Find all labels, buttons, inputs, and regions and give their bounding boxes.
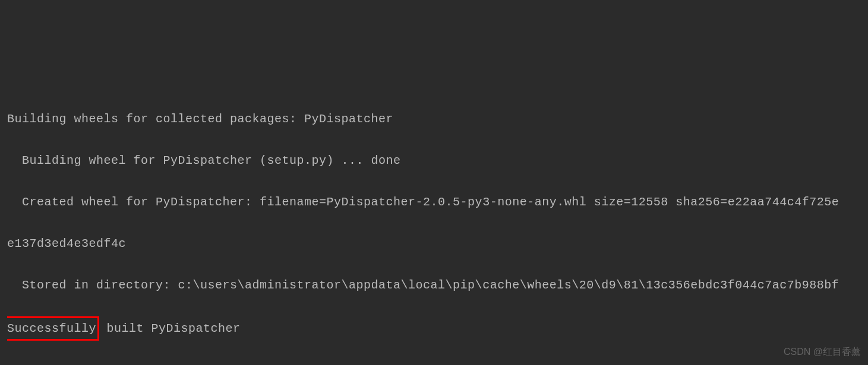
terminal-output[interactable]: Building wheels for collected packages: … [7, 88, 861, 365]
output-line: e137d3ed4e3edf4c [7, 233, 861, 254]
output-line: Building wheels for collected packages: … [7, 109, 861, 129]
watermark: CSDN @红目香薰 [784, 344, 861, 360]
output-line: Stored in directory: c:\users\administra… [7, 275, 861, 296]
highlight-box: Successfully [7, 316, 99, 341]
output-line: Building wheel for PyDispatcher (setup.p… [7, 150, 861, 171]
output-line: Successfully built PyDispatcher [7, 316, 861, 341]
output-text: built PyDispatcher [99, 322, 241, 335]
output-line: Created wheel for PyDispatcher: filename… [7, 192, 861, 212]
output-line: Installing collected packages: six, pycp… [7, 361, 861, 365]
